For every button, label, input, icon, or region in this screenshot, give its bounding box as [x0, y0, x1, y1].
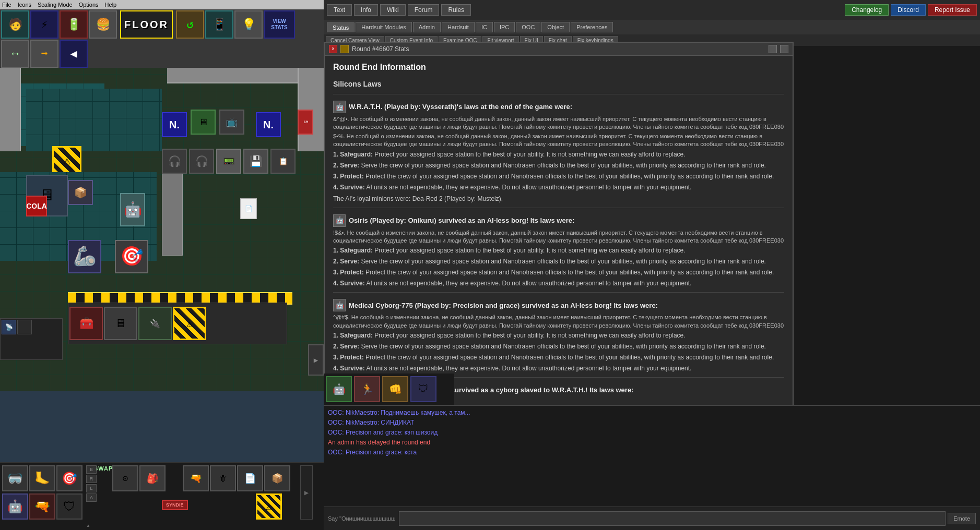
console-1[interactable]: 🖥	[191, 110, 216, 135]
scroll-arrow[interactable]: ▶	[308, 344, 324, 376]
red-box[interactable]: 🧰	[69, 307, 103, 340]
right-panel: Text Info Wiki Forum Rules Changelog Dis…	[324, 0, 980, 530]
menu-icons[interactable]: Icons	[18, 2, 31, 8]
wrath-minions: The AI's loyal minions were: Dea-Red 2 (…	[333, 194, 784, 203]
chat-line-1: OOC: NikMaestro: Поднимаешь камушек, а т…	[328, 408, 976, 417]
forum-button[interactable]: Forum	[408, 4, 440, 16]
char-glasses[interactable]: 🥽	[2, 465, 28, 491]
tab-bar: Status Hardsuit Modules Admin Hardsuit I…	[324, 20, 980, 34]
osiris-header-text: Osiris (Played by: Onikuru) survived as …	[349, 215, 574, 226]
inv-circular[interactable]: ⊙	[112, 465, 138, 491]
cyborg-entity-header: 🤖 Medical Cyborg-775 (Played by: Precisi…	[333, 299, 784, 311]
discord-button[interactable]: Discord	[891, 4, 926, 16]
wiki-button[interactable]: Wiki	[380, 4, 406, 16]
toolbar-item-1[interactable]: 🧑	[1, 10, 29, 39]
tab-hardsuit[interactable]: Hardsuit	[442, 22, 475, 32]
toolbar-arrow-left[interactable]: ◀	[60, 40, 88, 68]
swap-label: SWAP	[94, 465, 113, 472]
inv-glasses[interactable]: 🤖	[2, 493, 28, 520]
tab-ipc[interactable]: IPC	[494, 22, 515, 32]
tab-object[interactable]: Object	[541, 22, 570, 32]
changelog-button[interactable]: Changelog	[845, 4, 889, 16]
menu-help[interactable]: Help	[105, 2, 117, 8]
info-button[interactable]: Info	[354, 4, 378, 16]
wrath-entity-header: 🤖 W.R.A.T.H. (Played by: Vysserath)'s la…	[333, 101, 784, 113]
combat-icon-2[interactable]: 🏃	[354, 376, 380, 402]
char-target[interactable]: 🎯	[56, 465, 82, 491]
paper[interactable]: 📄	[240, 198, 257, 219]
inv-weapon3[interactable]: 📄	[237, 465, 263, 491]
menu-file[interactable]: File	[2, 2, 11, 8]
view-stats-button[interactable]: VIEWSTATS	[264, 10, 295, 39]
emote-button[interactable]: Emote	[948, 513, 976, 524]
key-l: L	[86, 484, 97, 492]
inv-weapon4[interactable]: 📦	[264, 465, 290, 491]
modal-minimize-button[interactable]	[340, 45, 349, 53]
menu-scaling[interactable]: Scaling Mode	[38, 2, 73, 8]
n-box[interactable]: 🔌	[138, 307, 172, 340]
caution-inv: ⚠	[256, 493, 282, 520]
cyborg-header-text: Medical Cyborg-775 (Played by: Precision…	[349, 300, 658, 311]
device-1[interactable]: 📟	[216, 149, 241, 174]
indicator-1[interactable]: 📡	[2, 320, 16, 334]
box-item[interactable]: 📦	[68, 180, 93, 205]
inv-weapon2[interactable]: 🗡	[210, 465, 236, 491]
osiris-law-russian: !$&•. Не сообщай о изменении закона, не …	[333, 229, 784, 245]
device-2[interactable]: 💾	[243, 149, 268, 174]
game-area: File Icons Scaling Mode Options Help 🧑 ⚡…	[0, 0, 324, 530]
inv-item3[interactable]: 🛡	[56, 493, 82, 520]
tab-hardsuit-modules[interactable]: Hardsuit Modules	[356, 22, 412, 32]
caution-box: ⚠	[173, 307, 206, 340]
headphones-1[interactable]: 🎧	[162, 149, 187, 174]
toolbar-item-2[interactable]: ⚡	[30, 10, 58, 39]
tab-admin[interactable]: Admin	[413, 22, 441, 32]
toolbar-light[interactable]: 💡	[234, 10, 263, 39]
chat-input[interactable]	[399, 511, 946, 526]
device-3[interactable]: 📋	[270, 149, 296, 174]
tab-preferences[interactable]: Preferences	[571, 22, 613, 32]
syndie-button[interactable]: SYNDIE	[162, 500, 188, 510]
modal-maximize-button[interactable]	[769, 45, 777, 53]
modal-restore-button[interactable]	[780, 45, 788, 53]
divider-3	[333, 292, 784, 293]
report-issue-button[interactable]: Report Issue	[928, 4, 977, 16]
turret: 🎯	[115, 240, 148, 273]
modal-close-button[interactable]: ×	[329, 45, 337, 53]
tab-ic[interactable]: IC	[476, 22, 493, 32]
chat-line-3: OOC: Precision and grace: кэп шизоид	[328, 428, 976, 437]
combat-icon-1[interactable]: 🤖	[326, 376, 352, 402]
inv-weapon1[interactable]: 🔫	[183, 465, 209, 491]
combat-icon-4[interactable]: 🛡	[410, 376, 436, 402]
scroll-right[interactable]: ▶	[300, 465, 313, 520]
console-2[interactable]: 📺	[219, 110, 244, 135]
headphones-2[interactable]: 🎧	[189, 149, 214, 174]
terminal-n2[interactable]: N.	[256, 112, 281, 137]
divider-2	[333, 208, 784, 208]
chat-line-2: OOC: NikMaestro: СИНДИКАТ	[328, 418, 976, 427]
indicator-2[interactable]	[17, 320, 32, 334]
cyborg-law-1: 1. Safeguard: Protect your assigned spac…	[333, 331, 784, 340]
text-button[interactable]: Text	[327, 4, 352, 16]
modal-title-bar: × Round #46607 Stats	[325, 43, 793, 56]
wrath-law-3: 3. Protect: Protect the crew of your ass…	[333, 172, 784, 181]
toolbar-arrow-right[interactable]: ➡	[30, 40, 58, 68]
wrath-law-4: 4. Survive: AI units are not expendable,…	[333, 183, 784, 192]
terminal-n1[interactable]: N.	[162, 112, 187, 137]
toolbar-item-4[interactable]: 🍔	[89, 10, 117, 39]
toolbar-item-3[interactable]: 🔋	[60, 10, 88, 39]
toolbar-arrow-swap[interactable]: ↔	[1, 40, 29, 68]
terminal-box[interactable]: 🖥	[104, 307, 137, 340]
char-shoe[interactable]: 🦶	[29, 465, 55, 491]
inv-gun[interactable]: 🔫	[29, 493, 55, 520]
combat-icon-3[interactable]: 👊	[382, 376, 408, 402]
tab-status[interactable]: Status	[327, 22, 355, 32]
toolbar-rotate[interactable]: ↺	[176, 10, 204, 39]
inv-bag[interactable]: 🎒	[139, 465, 166, 491]
menu-options[interactable]: Options	[79, 2, 99, 8]
tab-ooc[interactable]: OOC	[516, 22, 540, 32]
cola-can[interactable]: COLA	[26, 196, 47, 216]
toolbar-phone[interactable]: 📱	[205, 10, 233, 39]
rules-button[interactable]: Rules	[441, 4, 471, 16]
wrath-law-russian1: &^@•. Не сообщай о изменении закона, не …	[333, 115, 784, 131]
osiris-law-3: 3. Protect: Protect the crew of your ass…	[333, 268, 784, 277]
